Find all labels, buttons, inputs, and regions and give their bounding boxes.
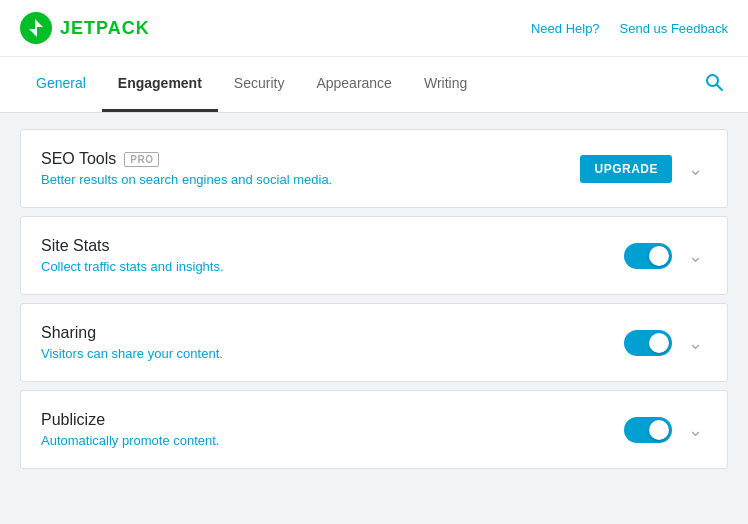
logo-text: JETPACK xyxy=(60,18,150,39)
sharing-toggle-track xyxy=(624,330,672,356)
sharing-toggle-thumb xyxy=(649,333,669,353)
search-icon xyxy=(704,72,724,92)
card-site-stats-right: ⌄ xyxy=(624,241,707,271)
site-stats-chevron-icon[interactable]: ⌄ xyxy=(684,241,707,271)
main-content: SEO Tools PRO Better results on search e… xyxy=(0,113,748,485)
tabs: General Engagement Security Appearance W… xyxy=(20,57,483,112)
tab-security[interactable]: Security xyxy=(218,57,301,112)
site-stats-toggle-thumb xyxy=(649,246,669,266)
tab-writing[interactable]: Writing xyxy=(408,57,483,112)
card-sharing-title-row: Sharing xyxy=(41,324,223,342)
upgrade-button[interactable]: UPGRADE xyxy=(580,155,672,183)
card-publicize-left: Publicize Automatically promote content. xyxy=(41,411,219,448)
tab-engagement[interactable]: Engagement xyxy=(102,57,218,112)
card-publicize-title-row: Publicize xyxy=(41,411,219,429)
need-help-link[interactable]: Need Help? xyxy=(531,21,600,36)
tab-general[interactable]: General xyxy=(20,57,102,112)
search-button[interactable] xyxy=(700,68,728,101)
logo-area: JETPACK xyxy=(20,12,150,44)
card-site-stats: Site Stats Collect traffic stats and ins… xyxy=(20,216,728,295)
tab-appearance[interactable]: Appearance xyxy=(300,57,408,112)
card-site-stats-desc: Collect traffic stats and insights. xyxy=(41,259,224,274)
card-sharing: Sharing Visitors can share your content.… xyxy=(20,303,728,382)
card-seo-tools-right: UPGRADE ⌄ xyxy=(580,154,707,184)
header: JETPACK Need Help? Send us Feedback xyxy=(0,0,748,57)
card-seo-tools-title: SEO Tools xyxy=(41,150,116,168)
pro-badge: PRO xyxy=(124,152,159,167)
tabs-container: General Engagement Security Appearance W… xyxy=(0,57,748,113)
card-sharing-title: Sharing xyxy=(41,324,96,342)
publicize-toggle[interactable] xyxy=(624,417,672,443)
sharing-toggle[interactable] xyxy=(624,330,672,356)
card-site-stats-title: Site Stats xyxy=(41,237,109,255)
site-stats-toggle-track xyxy=(624,243,672,269)
card-sharing-left: Sharing Visitors can share your content. xyxy=(41,324,223,361)
seo-tools-chevron-icon[interactable]: ⌄ xyxy=(684,154,707,184)
publicize-toggle-thumb xyxy=(649,420,669,440)
card-publicize-right: ⌄ xyxy=(624,415,707,445)
card-seo-tools-desc: Better results on search engines and soc… xyxy=(41,172,332,187)
card-seo-tools: SEO Tools PRO Better results on search e… xyxy=(20,129,728,208)
card-sharing-right: ⌄ xyxy=(624,328,707,358)
card-publicize-desc: Automatically promote content. xyxy=(41,433,219,448)
sharing-chevron-icon[interactable]: ⌄ xyxy=(684,328,707,358)
jetpack-logo-icon xyxy=(20,12,52,44)
header-links: Need Help? Send us Feedback xyxy=(531,21,728,36)
card-site-stats-title-row: Site Stats xyxy=(41,237,224,255)
card-seo-tools-title-row: SEO Tools PRO xyxy=(41,150,332,168)
card-sharing-desc: Visitors can share your content. xyxy=(41,346,223,361)
svg-line-2 xyxy=(717,85,723,91)
card-site-stats-left: Site Stats Collect traffic stats and ins… xyxy=(41,237,224,274)
publicize-chevron-icon[interactable]: ⌄ xyxy=(684,415,707,445)
card-publicize: Publicize Automatically promote content.… xyxy=(20,390,728,469)
card-publicize-title: Publicize xyxy=(41,411,105,429)
card-seo-tools-left: SEO Tools PRO Better results on search e… xyxy=(41,150,332,187)
publicize-toggle-track xyxy=(624,417,672,443)
site-stats-toggle[interactable] xyxy=(624,243,672,269)
feedback-link[interactable]: Send us Feedback xyxy=(620,21,728,36)
